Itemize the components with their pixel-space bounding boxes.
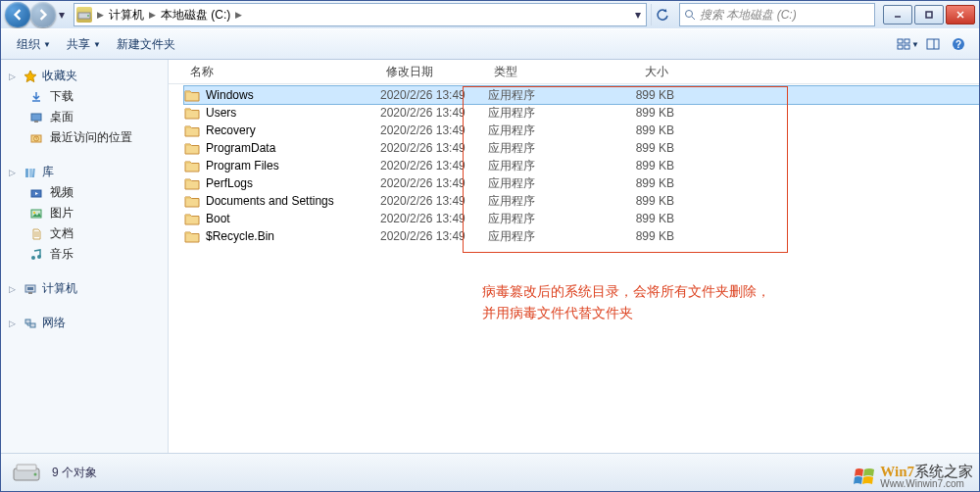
chevron-down-icon: ▼ bbox=[911, 40, 919, 49]
main-pane: 名称 修改日期 类型 大小 Windows2020/2/26 13:49应用程序… bbox=[169, 60, 979, 453]
watermark-title: Win7系统之家 bbox=[880, 465, 973, 479]
sidebar-item-label: 音乐 bbox=[50, 246, 74, 263]
file-type: 应用程序 bbox=[488, 211, 586, 227]
svg-text:?: ? bbox=[956, 39, 961, 50]
sidebar-item-pictures[interactable]: 图片 bbox=[1, 203, 168, 223]
sidebar-item-label: 下载 bbox=[50, 88, 74, 105]
windows-logo-icon bbox=[853, 466, 876, 489]
file-date: 2020/2/26 13:49 bbox=[380, 159, 488, 172]
view-options-button[interactable]: ▼ bbox=[895, 33, 920, 55]
table-row[interactable]: Program Files2020/2/26 13:49应用程序899 KB bbox=[184, 157, 979, 174]
back-button[interactable] bbox=[5, 2, 30, 27]
file-date: 2020/2/26 13:49 bbox=[380, 106, 488, 120]
file-size: 899 KB bbox=[586, 123, 694, 137]
download-icon bbox=[28, 89, 44, 105]
share-label: 共享 bbox=[67, 36, 90, 53]
sidebar-computer-label: 计算机 bbox=[42, 280, 77, 297]
file-date: 2020/2/26 13:49 bbox=[380, 212, 488, 225]
breadcrumb-drive-c[interactable]: 本地磁盘 (C:) bbox=[157, 4, 234, 25]
chevron-right-icon: ▶ bbox=[148, 10, 157, 20]
file-type: 应用程序 bbox=[488, 158, 586, 174]
search-icon bbox=[684, 9, 696, 21]
sidebar-item-label: 文档 bbox=[50, 225, 74, 242]
file-date: 2020/2/26 13:49 bbox=[380, 141, 488, 155]
sidebar-item-videos[interactable]: 视频 bbox=[1, 182, 168, 203]
sidebar-libraries-group: ▷ 库 视频 图片 文档 音乐 bbox=[1, 162, 168, 265]
organize-menu[interactable]: 组织 ▼ bbox=[9, 32, 59, 57]
sidebar-favorites-group: ▷ 收藏夹 下载 桌面 最近访问的位置 bbox=[1, 66, 168, 148]
folder-icon bbox=[184, 88, 200, 102]
folder-icon bbox=[184, 123, 200, 137]
file-name: Users bbox=[206, 106, 236, 120]
document-icon bbox=[28, 226, 44, 242]
sidebar-item-music[interactable]: 音乐 bbox=[1, 244, 168, 265]
table-row[interactable]: Documents and Settings2020/2/26 13:49应用程… bbox=[184, 192, 979, 210]
file-name: $Recycle.Bin bbox=[206, 229, 274, 243]
nav-history-dropdown[interactable]: ▾ bbox=[56, 8, 68, 22]
table-row[interactable]: Users2020/2/26 13:49应用程序899 KB bbox=[184, 104, 979, 122]
column-size[interactable]: 大小 bbox=[586, 64, 674, 80]
svg-point-29 bbox=[31, 256, 35, 260]
file-name: Documents and Settings bbox=[206, 194, 334, 208]
folder-icon bbox=[184, 176, 200, 190]
share-menu[interactable]: 共享 ▼ bbox=[59, 32, 109, 57]
table-row[interactable]: Windows2020/2/26 13:49应用程序899 KB bbox=[184, 86, 979, 104]
drive-icon bbox=[76, 7, 92, 23]
help-button[interactable]: ? bbox=[946, 33, 971, 55]
file-name: Recovery bbox=[206, 123, 256, 137]
status-count: 9 个对象 bbox=[52, 465, 97, 481]
table-row[interactable]: PerfLogs2020/2/26 13:49应用程序899 KB bbox=[184, 174, 979, 192]
sidebar-favorites-header[interactable]: ▷ 收藏夹 bbox=[1, 66, 168, 86]
maximize-button[interactable] bbox=[914, 5, 944, 25]
forward-button[interactable] bbox=[30, 2, 56, 27]
svg-rect-40 bbox=[17, 465, 36, 470]
svg-rect-20 bbox=[25, 169, 28, 177]
table-row[interactable]: $Recycle.Bin2020/2/26 13:49应用程序899 KB bbox=[184, 227, 979, 245]
folder-icon bbox=[184, 229, 200, 243]
table-row[interactable]: ProgramData2020/2/26 13:49应用程序899 KB bbox=[184, 139, 979, 157]
new-folder-label: 新建文件夹 bbox=[117, 36, 175, 53]
svg-rect-16 bbox=[31, 114, 41, 121]
picture-icon bbox=[28, 206, 44, 221]
chevron-down-icon: ▼ bbox=[93, 40, 101, 49]
minimize-button[interactable] bbox=[883, 5, 912, 25]
drive-icon bbox=[11, 459, 42, 486]
svg-rect-21 bbox=[29, 169, 32, 177]
table-row[interactable]: Recovery2020/2/26 13:49应用程序899 KB bbox=[184, 122, 979, 139]
file-name: Boot bbox=[206, 212, 230, 225]
svg-rect-35 bbox=[30, 323, 35, 327]
file-date: 2020/2/26 13:49 bbox=[380, 176, 488, 190]
breadcrumb-computer[interactable]: 计算机 bbox=[105, 4, 148, 25]
sidebar-item-desktop[interactable]: 桌面 bbox=[1, 107, 168, 127]
address-dropdown[interactable]: ▾ bbox=[632, 8, 644, 22]
library-icon bbox=[23, 165, 38, 180]
sidebar-item-recent[interactable]: 最近访问的位置 bbox=[1, 127, 168, 148]
file-list: Windows2020/2/26 13:49应用程序899 KBUsers202… bbox=[169, 84, 979, 453]
svg-point-2 bbox=[686, 11, 693, 18]
column-date[interactable]: 修改日期 bbox=[380, 64, 488, 80]
sidebar-libraries-header[interactable]: ▷ 库 bbox=[1, 162, 168, 182]
new-folder-button[interactable]: 新建文件夹 bbox=[109, 32, 183, 57]
search-input[interactable]: 搜索 本地磁盘 (C:) bbox=[679, 3, 875, 26]
sidebar-network-header[interactable]: ▷ 网络 bbox=[1, 313, 168, 333]
sidebar-item-label: 视频 bbox=[50, 184, 74, 201]
table-row[interactable]: Boot2020/2/26 13:49应用程序899 KB bbox=[184, 210, 979, 227]
column-type[interactable]: 类型 bbox=[488, 64, 586, 80]
refresh-button[interactable] bbox=[651, 4, 673, 25]
sidebar-favorites-label: 收藏夹 bbox=[42, 68, 77, 84]
expand-icon: ▷ bbox=[9, 72, 19, 81]
sidebar-item-documents[interactable]: 文档 bbox=[1, 223, 168, 244]
preview-pane-button[interactable] bbox=[920, 33, 946, 55]
chevron-right-icon: ▶ bbox=[96, 10, 105, 20]
sidebar-computer-header[interactable]: ▷ 计算机 bbox=[1, 278, 168, 299]
expand-icon: ▷ bbox=[9, 284, 19, 294]
body: ▷ 收藏夹 下载 桌面 最近访问的位置 bbox=[1, 60, 979, 453]
sidebar-network-label: 网络 bbox=[42, 315, 66, 331]
sidebar-item-downloads[interactable]: 下载 bbox=[1, 86, 168, 107]
file-date: 2020/2/26 13:49 bbox=[380, 88, 488, 102]
close-button[interactable] bbox=[946, 5, 975, 25]
address-bar[interactable]: ▶ 计算机 ▶ 本地磁盘 (C:) ▶ ▾ bbox=[74, 3, 647, 26]
file-type: 应用程序 bbox=[488, 123, 586, 139]
column-name[interactable]: 名称 bbox=[184, 64, 380, 80]
file-size: 899 KB bbox=[586, 106, 694, 120]
